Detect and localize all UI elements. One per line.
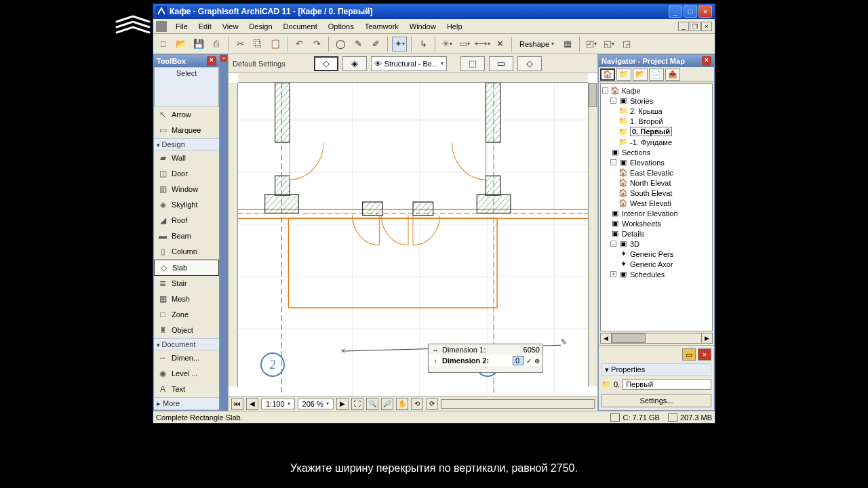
tool-zone[interactable]: □Zone	[154, 307, 219, 323]
tool-marquee[interactable]: ▭Marquee	[154, 123, 219, 138]
prop-btn-1[interactable]: ▭	[682, 348, 696, 361]
toolbox-header[interactable]: ToolBox ×	[154, 55, 219, 67]
prop-name-field[interactable]: Первый	[623, 379, 711, 390]
mdi-restore[interactable]: ❐	[690, 22, 701, 31]
target-icon[interactable]: ⊕	[534, 357, 540, 365]
zoom-out[interactable]: 🔍	[366, 398, 378, 410]
tool-roof[interactable]: ◢Roof	[154, 213, 219, 228]
navigator-header[interactable]: Navigator - Project Map ×	[599, 55, 714, 67]
construct-mode-1[interactable]: ⬚	[460, 56, 485, 71]
default-settings-label[interactable]: Default Settings	[233, 60, 285, 68]
tool-magic-wand[interactable]: ✦▾	[392, 37, 407, 52]
menu-document[interactable]: Document	[279, 21, 322, 32]
tool-mesh[interactable]: ▦Mesh	[154, 291, 219, 307]
tracker-expand-icon[interactable]: ˅	[429, 366, 542, 372]
nav-tab-layout[interactable]: 📂	[633, 68, 648, 81]
toolbox-close-icon[interactable]: ×	[207, 56, 216, 66]
toolbox-collapse-strip[interactable]: ×	[220, 54, 228, 411]
nav-tab-view[interactable]: 📁	[616, 68, 631, 81]
mdi-close[interactable]: ×	[701, 22, 712, 31]
tool-dimen[interactable]: ↔Dimen...	[154, 350, 219, 366]
nav-first[interactable]: ⏮	[231, 398, 243, 410]
tool-beam[interactable]: ▬Beam	[154, 228, 219, 244]
menu-teamwork[interactable]: Teamwork	[360, 21, 403, 32]
tool-view3[interactable]: ◲	[619, 37, 634, 52]
print-button[interactable]: ⎙	[209, 37, 224, 52]
geometry-method-1[interactable]: ◇	[314, 56, 338, 71]
tool-b[interactable]: ✎	[351, 37, 366, 52]
menu-view[interactable]: View	[218, 21, 243, 32]
toolbox-section-more[interactable]: ▸ More	[154, 397, 219, 410]
menu-options[interactable]: Options	[323, 21, 359, 32]
settings-button[interactable]: Settings...	[601, 394, 711, 407]
open-button[interactable]: 📂	[174, 37, 189, 52]
tool-text[interactable]: AText	[154, 382, 219, 397]
reshape-dropdown[interactable]: Reshape▾	[516, 38, 557, 50]
navigator-tree[interactable]: -🏠Кафе -▣Stories 📁2. Крыша 📁1. Второй 📁0…	[600, 83, 713, 331]
scrollbar-vertical[interactable]	[588, 83, 597, 386]
construct-mode-2[interactable]: ▭	[489, 56, 513, 71]
menu-window[interactable]: Window	[405, 21, 441, 32]
tool-a[interactable]: ◯	[333, 37, 348, 52]
close-button[interactable]: ×	[698, 5, 712, 18]
view-next[interactable]: ⟳	[426, 398, 438, 410]
minimize-button[interactable]: _	[669, 5, 682, 18]
tracker-popup[interactable]: ↔ Dimension 1: 6050 ↕ Dimension 2: 0 ✓ ⊕…	[428, 344, 543, 373]
scale-dropdown[interactable]: 1:100▾	[261, 399, 295, 409]
tool-arrow[interactable]: ↖Arrow	[154, 107, 219, 123]
tool-view2[interactable]: ◱▾	[601, 37, 616, 52]
tool-skylight[interactable]: ◈Skylight	[154, 197, 219, 213]
nav-tab-book[interactable]: 📄	[649, 68, 664, 81]
menu-design[interactable]: Design	[244, 21, 277, 32]
cut-button[interactable]: ✂	[233, 37, 248, 52]
layer-dropdown[interactable]: 👁 Structural - Be... ▾	[371, 56, 447, 71]
prop-btn-close[interactable]: ×	[698, 348, 711, 361]
confirm-icon[interactable]: ✓	[526, 357, 532, 365]
redo-button[interactable]: ↷	[309, 37, 324, 52]
tool-cancel[interactable]: ✕	[492, 37, 507, 52]
tool-view1[interactable]: ◰▾	[584, 37, 599, 52]
nav-prev[interactable]: ◀	[246, 398, 258, 410]
tool-extra[interactable]: ▦	[560, 37, 575, 52]
nav-tab-project[interactable]: 🏠	[600, 68, 615, 81]
pan[interactable]: ✋	[396, 398, 408, 410]
properties-header[interactable]: ▾ Properties	[601, 363, 711, 376]
scroll-thumb-v[interactable]	[589, 83, 597, 107]
paste-button[interactable]: 📋	[268, 37, 283, 52]
tool-wall[interactable]: ▰Wall	[154, 150, 219, 166]
document-icon[interactable]	[156, 21, 167, 32]
mdi-minimize[interactable]: _	[678, 22, 689, 31]
construct-mode-3[interactable]: ◇	[517, 56, 542, 71]
tool-slab[interactable]: ◇Slab	[154, 260, 219, 276]
toolbox-section-document[interactable]: Document	[154, 338, 219, 350]
drawing-canvas[interactable]: × ✎ 2 3 ↔ Dimension 1: 6050 ↕	[229, 73, 597, 396]
undo-button[interactable]: ↶	[292, 37, 307, 52]
navigator-close-icon[interactable]: ×	[702, 56, 711, 66]
tool-window[interactable]: ▥Window	[154, 182, 219, 197]
zoom-in[interactable]: 🔎	[381, 398, 393, 410]
scrollbar-horizontal[interactable]	[441, 399, 595, 409]
copy-button[interactable]: ⿻	[250, 37, 265, 52]
tool-level[interactable]: ◉Level ...	[154, 366, 219, 382]
tool-c[interactable]: ✐	[368, 37, 383, 52]
dim2-input[interactable]: 0	[513, 356, 524, 365]
navigator-hscroll[interactable]: ◀▶	[600, 333, 713, 344]
tool-dim[interactable]: ⟷▾	[475, 37, 490, 52]
tool-door[interactable]: ◫Door	[154, 166, 219, 182]
tool-object[interactable]: ♜Object	[154, 323, 219, 338]
zoom-dropdown[interactable]: 206 %▾	[298, 399, 334, 409]
save-button[interactable]: 💾	[191, 37, 206, 52]
tool-layers[interactable]: ▭▾	[457, 37, 472, 52]
menu-file[interactable]: File	[171, 21, 193, 32]
menu-edit[interactable]: Edit	[194, 21, 216, 32]
menu-help[interactable]: Help	[442, 21, 467, 32]
maximize-button[interactable]: □	[684, 5, 697, 18]
tool-column[interactable]: ▯Column	[154, 244, 219, 260]
tool-snap[interactable]: ↳	[416, 37, 431, 52]
view-prev[interactable]: ⟲	[411, 398, 423, 410]
nav-next[interactable]: ▶	[336, 398, 349, 410]
strip-close-icon[interactable]: ×	[220, 55, 227, 62]
tool-stair[interactable]: ≣Stair	[154, 276, 219, 291]
toolbox-section-design[interactable]: Design	[154, 138, 219, 150]
nav-tab-pub[interactable]: 📤	[665, 68, 680, 81]
